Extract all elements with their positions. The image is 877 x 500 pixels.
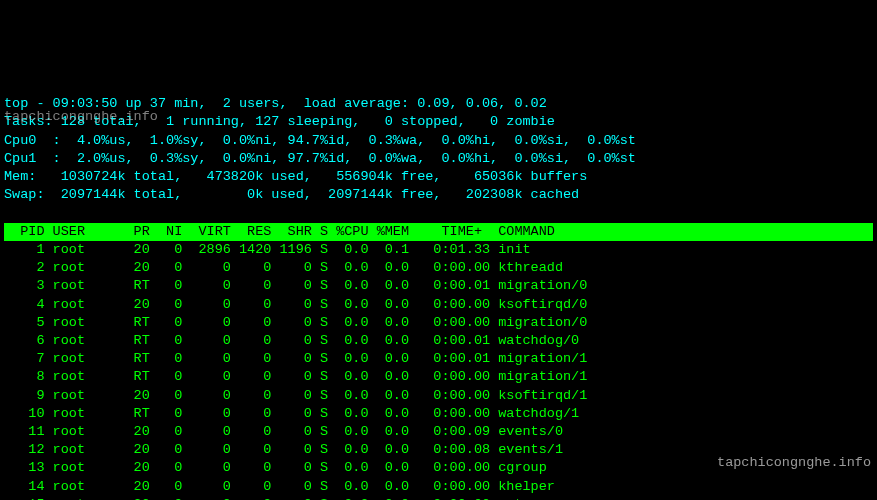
summary-line-2: Tasks: 128 total, 1 running, 127 sleepin…: [4, 114, 555, 129]
process-row[interactable]: 13 root 20 0 0 0 0 S 0.0 0.0 0:00.00 cgr…: [4, 459, 873, 477]
process-row[interactable]: 8 root RT 0 0 0 0 S 0.0 0.0 0:00.00 migr…: [4, 368, 873, 386]
process-row[interactable]: 11 root 20 0 0 0 0 S 0.0 0.0 0:00.09 eve…: [4, 423, 873, 441]
process-row[interactable]: 7 root RT 0 0 0 0 S 0.0 0.0 0:00.01 migr…: [4, 350, 873, 368]
process-row[interactable]: 12 root 20 0 0 0 0 S 0.0 0.0 0:00.08 eve…: [4, 441, 873, 459]
process-row[interactable]: 4 root 20 0 0 0 0 S 0.0 0.0 0:00.00 ksof…: [4, 296, 873, 314]
summary-line-4: Cpu1 : 2.0%us, 0.3%sy, 0.0%ni, 97.7%id, …: [4, 151, 636, 166]
process-row[interactable]: 9 root 20 0 0 0 0 S 0.0 0.0 0:00.00 ksof…: [4, 387, 873, 405]
summary-line-3: Cpu0 : 4.0%us, 1.0%sy, 0.0%ni, 94.7%id, …: [4, 133, 636, 148]
summary-line-5: Mem: 1030724k total, 473820k used, 55690…: [4, 169, 587, 184]
process-row[interactable]: 6 root RT 0 0 0 0 S 0.0 0.0 0:00.01 watc…: [4, 332, 873, 350]
summary-line-1: top - 09:03:50 up 37 min, 2 users, load …: [4, 96, 547, 111]
process-row[interactable]: 2 root 20 0 0 0 0 S 0.0 0.0 0:00.00 kthr…: [4, 259, 873, 277]
process-list[interactable]: 1 root 20 0 2896 1420 1196 S 0.0 0.1 0:0…: [4, 241, 873, 500]
process-row[interactable]: 3 root RT 0 0 0 0 S 0.0 0.0 0:00.01 migr…: [4, 277, 873, 295]
process-row[interactable]: 5 root RT 0 0 0 0 S 0.0 0.0 0:00.00 migr…: [4, 314, 873, 332]
process-header-row: PID USER PR NI VIRT RES SHR S %CPU %MEM …: [4, 223, 873, 241]
process-row[interactable]: 14 root 20 0 0 0 0 S 0.0 0.0 0:00.00 khe…: [4, 478, 873, 496]
summary-block: top - 09:03:50 up 37 min, 2 users, load …: [4, 77, 873, 205]
process-row[interactable]: 1 root 20 0 2896 1420 1196 S 0.0 0.1 0:0…: [4, 241, 873, 259]
summary-line-6: Swap: 2097144k total, 0k used, 2097144k …: [4, 187, 579, 202]
process-row[interactable]: 10 root RT 0 0 0 0 S 0.0 0.0 0:00.00 wat…: [4, 405, 873, 423]
process-row[interactable]: 15 root 20 0 0 0 0 S 0.0 0.0 0:00.00 net…: [4, 496, 873, 500]
